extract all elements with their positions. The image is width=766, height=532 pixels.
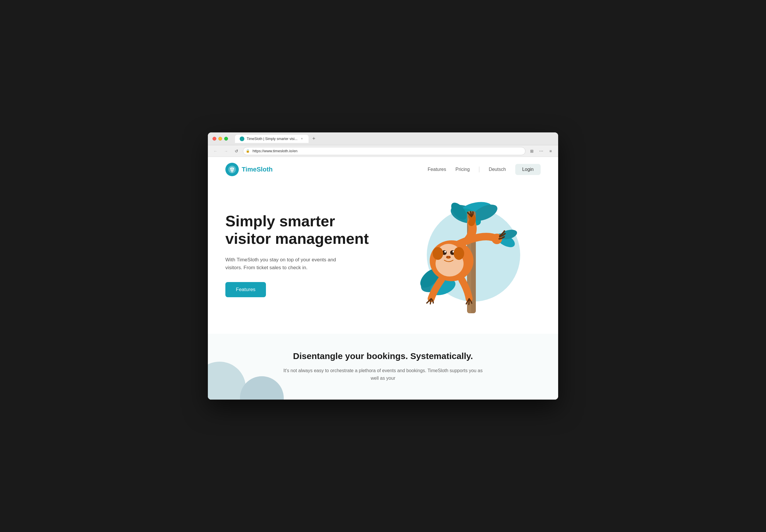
sidebar-button[interactable]: ≡ xyxy=(546,147,554,155)
active-tab[interactable]: TimeSloth | Simply smarter visi... × xyxy=(235,135,309,143)
svg-point-27 xyxy=(433,247,443,260)
svg-point-2 xyxy=(233,168,234,169)
svg-point-1 xyxy=(230,168,232,169)
hero-illustration xyxy=(383,194,540,316)
login-button[interactable]: Login xyxy=(515,164,540,175)
nav-divider xyxy=(479,167,479,172)
maximize-button[interactable] xyxy=(224,137,228,141)
bottom-content: Disentangle your bookings. Systematicall… xyxy=(226,351,540,382)
minimize-button[interactable] xyxy=(218,137,222,141)
hero-section: Simply smarter visitor management With T… xyxy=(208,182,558,334)
features-nav-link[interactable]: Features xyxy=(428,167,446,172)
address-wrapper: 🔒 xyxy=(243,147,525,155)
svg-point-26 xyxy=(449,256,450,258)
bottom-title: Disentangle your bookings. Systematicall… xyxy=(226,351,540,361)
hero-subtitle: With TimeSloth you stay on top of your e… xyxy=(226,256,354,272)
address-bar: ← → ↺ 🔒 ⊞ ⋯ ≡ xyxy=(208,145,558,157)
pricing-nav-link[interactable]: Pricing xyxy=(455,167,470,172)
svg-point-22 xyxy=(444,251,446,253)
logo-text[interactable]: TimeSloth xyxy=(242,166,273,173)
back-button[interactable]: ← xyxy=(212,147,220,155)
new-tab-button[interactable]: + xyxy=(310,135,318,143)
hero-content: Simply smarter visitor management With T… xyxy=(226,213,383,297)
traffic-lights xyxy=(213,137,228,141)
browser-actions: ⊞ ⋯ ≡ xyxy=(528,147,554,155)
sloth-svg xyxy=(400,194,523,316)
title-bar: TimeSloth | Simply smarter visi... × + xyxy=(208,132,558,145)
tab-close-button[interactable]: × xyxy=(300,137,304,141)
svg-point-28 xyxy=(454,247,464,260)
address-input[interactable] xyxy=(243,147,525,155)
extensions-button[interactable]: ⊞ xyxy=(528,147,536,155)
forward-button[interactable]: → xyxy=(222,147,230,155)
lock-icon: 🔒 xyxy=(246,149,250,153)
tab-favicon xyxy=(240,137,244,141)
svg-point-25 xyxy=(446,256,448,258)
more-menu-button[interactable]: ⋯ xyxy=(537,147,545,155)
bottom-subtitle: It's not always easy to orchestrate a pl… xyxy=(281,367,485,382)
tab-bar: TimeSloth | Simply smarter visi... × + xyxy=(235,135,318,143)
tab-title: TimeSloth | Simply smarter visi... xyxy=(247,137,298,141)
nav-links: Features Pricing Deutsch Login xyxy=(428,164,540,175)
bottom-section: Disentangle your bookings. Systematicall… xyxy=(208,334,558,399)
deutsch-nav-link[interactable]: Deutsch xyxy=(489,167,506,172)
hero-features-button[interactable]: Features xyxy=(226,282,266,297)
site-nav: TimeSloth Features Pricing Deutsch Login xyxy=(208,157,558,182)
browser-window: TimeSloth | Simply smarter visi... × + ←… xyxy=(208,132,558,399)
hero-title: Simply smarter visitor management xyxy=(226,213,383,248)
website-content: TimeSloth Features Pricing Deutsch Login… xyxy=(208,157,558,399)
close-button[interactable] xyxy=(213,137,216,141)
logo-icon[interactable] xyxy=(226,163,239,176)
refresh-button[interactable]: ↺ xyxy=(232,147,241,155)
logo-area: TimeSloth xyxy=(226,163,428,176)
